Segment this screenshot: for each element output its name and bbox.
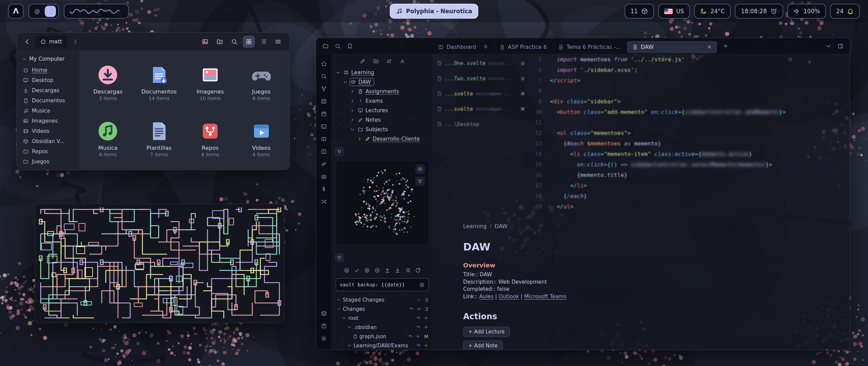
- folder-musica[interactable]: Musica6 items: [82, 110, 134, 167]
- fm-sidebar-item-musica[interactable]: Musica: [20, 106, 77, 116]
- note-breadcrumb[interactable]: Learning/DAW: [463, 223, 819, 229]
- file-manager-toolbar[interactable]: matt: [17, 33, 290, 51]
- tree-item-exams[interactable]: Exams: [334, 96, 431, 106]
- ribbon-box-icon[interactable]: [318, 308, 329, 319]
- check-button[interactable]: [354, 267, 360, 273]
- git-row-graph-json[interactable]: graph.jsonM: [336, 332, 429, 341]
- tab-daw[interactable]: DAW: [627, 41, 717, 53]
- ribbon-calendar-icon[interactable]: [318, 108, 329, 119]
- undo-icon[interactable]: [416, 343, 421, 348]
- sort-button[interactable]: [386, 58, 392, 64]
- forward-button[interactable]: [71, 37, 80, 46]
- tree-item-subjects[interactable]: Subjects: [334, 125, 431, 134]
- tab-dashboard[interactable]: Dashboard: [433, 41, 493, 53]
- ribbon-fork-icon[interactable]: [318, 83, 329, 94]
- ribbon-gear-icon[interactable]: [318, 333, 329, 344]
- undo-icon[interactable]: [409, 307, 414, 311]
- link-microsoft-teams[interactable]: Microsoft Teams: [524, 293, 567, 300]
- keyboard-layout-widget[interactable]: US: [658, 4, 690, 19]
- plus-icon[interactable]: [417, 307, 421, 311]
- fm-sidebar-item-home[interactable]: Home: [20, 65, 77, 75]
- plus-icon[interactable]: [424, 325, 428, 329]
- pencil-button[interactable]: [360, 58, 366, 64]
- workspace-1-button[interactable]: @: [32, 6, 43, 17]
- circle-check-button[interactable]: [344, 267, 350, 273]
- folder-repos[interactable]: Repos6 items: [185, 110, 236, 167]
- ribbon-dollar-icon[interactable]: [318, 184, 329, 195]
- link-aules[interactable]: Aules: [479, 293, 493, 300]
- tree-item-lectures[interactable]: Lectures: [334, 106, 431, 115]
- fm-sidebar-item-desktop[interactable]: Desktop: [20, 75, 77, 85]
- ribbon-camera-icon[interactable]: [318, 171, 329, 182]
- tree-item-daw[interactable]: DAW: [334, 77, 431, 87]
- volume-widget[interactable]: 100%: [787, 4, 826, 19]
- ribbon-unlink-icon[interactable]: [318, 159, 329, 169]
- folder-juegos[interactable]: Juegos8 items: [236, 54, 287, 110]
- search-button[interactable]: [228, 36, 240, 48]
- ribbon-terminal-icon[interactable]: [318, 121, 329, 132]
- layout-button[interactable]: [835, 41, 846, 51]
- clear-icon[interactable]: [419, 282, 425, 288]
- updates-widget[interactable]: 11: [625, 4, 654, 19]
- plus-icon[interactable]: [424, 316, 428, 320]
- commit-message-input[interactable]: [340, 282, 416, 287]
- back-button[interactable]: [22, 37, 32, 46]
- add-lecture-button[interactable]: + Add Lecture: [463, 327, 510, 337]
- git-row-root[interactable]: root: [336, 313, 429, 323]
- ribbon-shuffle-icon[interactable]: [318, 196, 329, 207]
- git-row-learning-daw-exams[interactable]: Learning/DAW/Exams: [336, 341, 429, 350]
- graph-settings-button[interactable]: [415, 164, 425, 174]
- git-panel-handle[interactable]: [335, 253, 344, 262]
- list-button[interactable]: [405, 267, 411, 273]
- folder-plus-button[interactable]: [214, 36, 226, 48]
- tree-item-notes[interactable]: Notes: [334, 115, 431, 125]
- tab-asp-practice-6[interactable]: ASP Practice 6: [494, 41, 552, 53]
- undo-icon[interactable]: [416, 316, 421, 320]
- folder-imagenes[interactable]: Imagenes10 items: [185, 54, 236, 110]
- ribbon-columns-icon[interactable]: [318, 146, 329, 157]
- breadcrumb[interactable]: matt: [35, 36, 67, 48]
- folder-videos[interactable]: Videos4 items: [236, 110, 287, 167]
- fm-sidebar-header[interactable]: My Computer: [20, 54, 77, 65]
- link-outlook[interactable]: Outlook: [499, 293, 519, 300]
- bookmark-button[interactable]: [344, 41, 355, 52]
- tab-tema-6-pr-cticas[interactable]: Tema 6 Prácticas -...: [553, 41, 626, 53]
- collapse-button[interactable]: [399, 58, 405, 64]
- now-playing-widget[interactable]: Polyphia - Neurotica: [390, 4, 478, 19]
- graph-panel-handle[interactable]: [335, 147, 344, 156]
- refresh-button[interactable]: [415, 267, 421, 273]
- fm-sidebar-item-imagenes[interactable]: Imagenes: [20, 116, 77, 126]
- fm-sidebar-item-juegos[interactable]: Juegos: [20, 157, 77, 167]
- ribbon-search-icon[interactable]: [318, 71, 329, 82]
- folder-documentos[interactable]: Documentos14 items: [134, 54, 185, 110]
- add-note-button[interactable]: + Add Note: [463, 341, 503, 350]
- git-row-obsidian[interactable]: .obsidian: [336, 323, 429, 332]
- fm-sidebar-item-descargas[interactable]: Descargas: [20, 85, 77, 96]
- git-commit-input[interactable]: [336, 278, 429, 291]
- list-button[interactable]: [257, 36, 270, 48]
- grid-button[interactable]: [243, 36, 255, 48]
- minus-icon[interactable]: [417, 298, 421, 302]
- breadcrumb-part[interactable]: Learning: [463, 223, 487, 229]
- ribbon-home-icon[interactable]: [318, 58, 329, 69]
- launcher-button[interactable]: Λ: [8, 4, 24, 19]
- graph-view[interactable]: [336, 161, 429, 245]
- tree-item-learning[interactable]: Learning: [334, 68, 431, 77]
- upload-button[interactable]: [384, 267, 390, 273]
- folder-plantillas[interactable]: Plantillas7 items: [134, 110, 185, 167]
- fm-sidebar-item-obsidian-v[interactable]: Obsidian V...: [20, 136, 77, 146]
- tree-item-assignments[interactable]: Assignments: [334, 87, 431, 96]
- new-tab-button[interactable]: [721, 41, 731, 51]
- tree-item-desarrollo-cliente[interactable]: Desarrollo-Cliente: [334, 134, 431, 143]
- graph-filter-button[interactable]: [415, 177, 425, 186]
- fm-sidebar-item-repos[interactable]: Repos: [20, 146, 77, 157]
- undo-icon[interactable]: [416, 325, 421, 329]
- circle-plus-button[interactable]: [364, 267, 370, 273]
- fm-sidebar-item-videos[interactable]: Videos: [20, 126, 77, 136]
- close-icon[interactable]: [707, 44, 712, 49]
- breadcrumb-part[interactable]: DAW: [495, 223, 508, 229]
- undo-icon[interactable]: [408, 334, 413, 339]
- plus-icon[interactable]: [416, 334, 420, 339]
- folder-descargas[interactable]: Descargas2 items: [82, 54, 134, 110]
- git-row-staged-changes[interactable]: Staged Changes0: [336, 295, 429, 304]
